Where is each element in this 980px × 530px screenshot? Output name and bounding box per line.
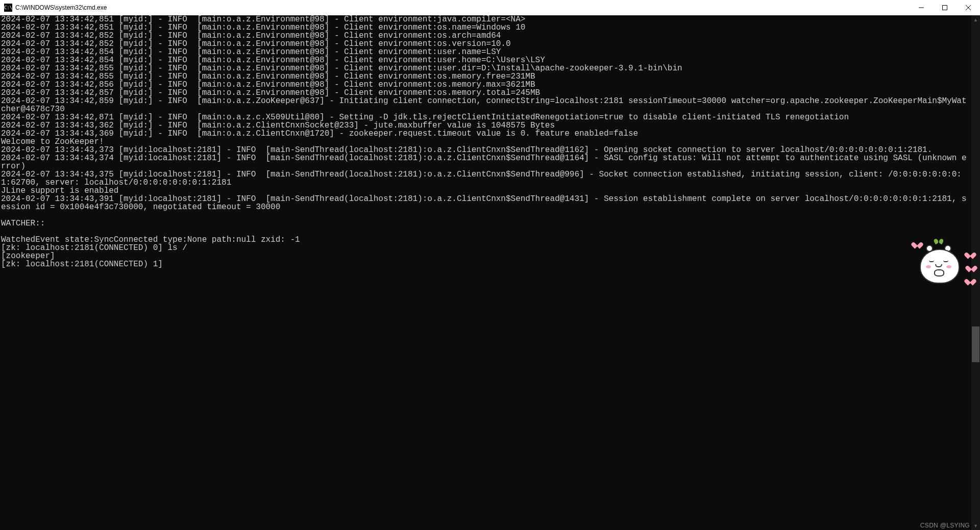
close-button[interactable]: [957, 0, 980, 15]
window-titlebar: C:\ C:\WINDOWS\system32\cmd.exe: [0, 0, 980, 15]
watermark-text: CSDN @LSYING: [920, 522, 970, 529]
minimize-button[interactable]: [910, 0, 933, 15]
terminal-output[interactable]: 2024-02-07 13:34:42,851 [myid:] - INFO […: [0, 15, 971, 530]
scroll-up-arrow[interactable]: ▲: [971, 15, 980, 24]
svg-rect-1: [943, 6, 947, 10]
window-title: C:\WINDOWS\system32\cmd.exe: [15, 4, 910, 11]
window-controls: [910, 0, 980, 15]
cmd-icon: C:\: [4, 4, 12, 12]
maximize-button[interactable]: [933, 0, 957, 15]
scrollbar-thumb[interactable]: [972, 326, 979, 362]
vertical-scrollbar[interactable]: ▲ ▼: [971, 15, 980, 530]
terminal-container: 2024-02-07 13:34:42,851 [myid:] - INFO […: [0, 15, 980, 530]
scroll-down-arrow[interactable]: ▼: [971, 521, 980, 530]
